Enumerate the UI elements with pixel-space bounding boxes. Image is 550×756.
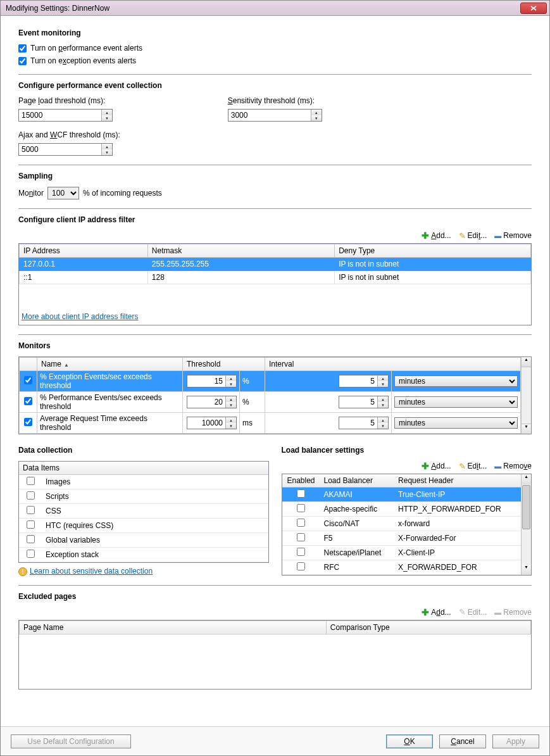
default-config-button[interactable]: Use Default Configuration: [11, 734, 131, 748]
table-row[interactable]: AKAMAITrue-Client-IP: [282, 488, 522, 502]
mon-col-name[interactable]: Name▲: [37, 358, 183, 371]
threshold-input[interactable]: [187, 375, 225, 387]
threshold-input[interactable]: [187, 396, 225, 408]
list-item[interactable]: CSS: [19, 504, 268, 519]
table-row[interactable]: Apache-specificHTTP_X_FORWARDED_FOR: [282, 502, 522, 517]
mon-col-threshold[interactable]: Threshold: [183, 358, 265, 371]
table-row[interactable]: 127.0.0.1255.255.255.255IP is not in sub…: [20, 258, 531, 271]
sampling-label: Monitor: [18, 189, 44, 198]
data-item-checkbox[interactable]: [27, 491, 35, 500]
ex-col-page[interactable]: Page Name: [20, 621, 327, 634]
sensitivity-input[interactable]: [228, 110, 311, 121]
threshold-input[interactable]: [187, 417, 225, 429]
table-row[interactable]: Netscape/iPlanetX-Client-IP: [282, 546, 522, 560]
table-row[interactable]: Average Request Time exceeds threshold ▲…: [20, 413, 521, 434]
interval-unit-select[interactable]: minutes: [394, 417, 518, 429]
table-row[interactable]: F5X-Forwarded-For: [282, 531, 522, 546]
interval-input[interactable]: [339, 375, 377, 387]
ajax-input[interactable]: [19, 144, 101, 155]
mon-col-check[interactable]: [20, 358, 37, 371]
ip-edit-button[interactable]: ✎Edit...: [459, 230, 487, 241]
section-sampling: Sampling: [18, 172, 532, 180]
lb-scrollbar[interactable]: ▲ ▼: [521, 474, 531, 575]
exc-alerts-checkbox[interactable]: [18, 57, 27, 65]
data-item-checkbox[interactable]: [27, 477, 35, 485]
ip-filter-more-link[interactable]: More about client IP address filters: [22, 312, 139, 321]
monitor-checkbox[interactable]: [24, 397, 32, 405]
di-col[interactable]: Data Items: [19, 462, 268, 475]
sampling-suffix: % of incoming requests: [83, 189, 162, 198]
interval-input[interactable]: [339, 396, 377, 408]
page-load-label: Page load threshold (ms):: [18, 96, 120, 105]
ex-col-comp[interactable]: Comparison Type: [326, 621, 530, 634]
lb-enabled-checkbox[interactable]: [297, 519, 305, 527]
interval-unit-select[interactable]: minutes: [394, 375, 518, 387]
spin-up[interactable]: ▲: [102, 110, 112, 115]
spin-down[interactable]: ▼: [102, 115, 112, 121]
lb-edit-button[interactable]: ✎Edit...: [459, 461, 487, 471]
list-item[interactable]: Global variables: [19, 533, 268, 548]
sensitive-data-link[interactable]: Learn about sensitive data collection: [30, 567, 153, 576]
ex-add-button[interactable]: ✚Add...: [422, 607, 451, 617]
ex-remove-button: ▬Remove: [494, 607, 532, 617]
ok-button[interactable]: OK: [386, 734, 433, 748]
lb-col-header[interactable]: Request Header: [394, 474, 521, 488]
list-item[interactable]: Scripts: [19, 489, 268, 504]
table-row[interactable]: ::1128IP is not in subnet: [20, 271, 531, 284]
ip-add-button[interactable]: ✚Add...: [422, 230, 451, 241]
lb-remove-button[interactable]: ▬Remove: [494, 461, 532, 471]
cancel-button[interactable]: Cancel: [439, 734, 486, 748]
list-item[interactable]: HTC (requires CSS): [19, 519, 268, 533]
lb-add-button[interactable]: ✚Add...: [422, 461, 451, 471]
close-button[interactable]: [520, 3, 547, 14]
monitors-scrollbar[interactable]: ▲ ▼: [521, 357, 531, 434]
ex-edit-button: ✎Edit...: [459, 607, 487, 617]
data-item-checkbox[interactable]: [27, 535, 35, 543]
data-item-checkbox[interactable]: [27, 550, 35, 558]
perf-alerts-checkbox[interactable]: [18, 44, 27, 53]
lb-enabled-checkbox[interactable]: [297, 504, 305, 512]
monitor-checkbox[interactable]: [24, 376, 32, 384]
data-items-table: Data Items ImagesScriptsCSSHTC (requires…: [19, 462, 268, 562]
scroll-up-icon[interactable]: ▲: [522, 474, 531, 484]
lb-col-enabled[interactable]: Enabled: [282, 474, 320, 488]
ip-col-netmask[interactable]: Netmask: [147, 244, 334, 258]
scroll-down-icon[interactable]: ▼: [522, 565, 531, 575]
plus-icon: ✚: [422, 230, 429, 241]
section-event-monitoring: Event monitoring: [18, 28, 532, 37]
lb-enabled-checkbox[interactable]: [297, 489, 305, 498]
excluded-table: Page Name Comparison Type: [19, 621, 531, 634]
list-item[interactable]: Images: [19, 475, 268, 489]
close-icon: [530, 6, 537, 11]
interval-unit-select[interactable]: minutes: [394, 396, 518, 408]
lb-enabled-checkbox[interactable]: [297, 548, 305, 556]
scroll-up-icon[interactable]: ▲: [522, 357, 531, 367]
data-item-checkbox[interactable]: [27, 520, 35, 529]
sensitivity-label: Sensitivity threshold (ms):: [228, 96, 322, 105]
table-row[interactable]: Cisco/NATx-forward: [282, 517, 522, 531]
apply-button[interactable]: Apply: [492, 734, 539, 748]
spin-up[interactable]: ▲: [102, 144, 112, 149]
scroll-thumb[interactable]: [522, 485, 530, 529]
ip-col-deny[interactable]: Deny Type: [335, 244, 531, 258]
list-item[interactable]: Exception stack: [19, 548, 268, 562]
table-row[interactable]: RFCX_FORWARDED_FOR: [282, 560, 522, 575]
sampling-select[interactable]: 100: [47, 187, 79, 199]
lb-enabled-checkbox[interactable]: [297, 562, 305, 570]
table-row[interactable]: % Performance Events/sec exceeds thresho…: [20, 392, 521, 413]
ip-remove-button[interactable]: ▬Remove: [494, 230, 532, 241]
lb-enabled-checkbox[interactable]: [297, 533, 305, 541]
mon-col-interval[interactable]: Interval: [265, 358, 521, 371]
ip-col-address[interactable]: IP Address: [20, 244, 148, 258]
scroll-down-icon[interactable]: ▼: [522, 424, 531, 434]
lb-col-name[interactable]: Load Balancer: [320, 474, 395, 488]
data-item-checkbox[interactable]: [27, 506, 35, 514]
spin-down[interactable]: ▼: [311, 115, 322, 121]
spin-down[interactable]: ▼: [102, 149, 112, 155]
page-load-input[interactable]: [19, 110, 101, 121]
pencil-icon: ✎: [459, 231, 466, 241]
table-row[interactable]: % Exception Events/sec exceeds threshold…: [20, 371, 521, 392]
interval-input[interactable]: [339, 417, 377, 429]
monitor-checkbox[interactable]: [24, 418, 32, 426]
spin-up[interactable]: ▲: [311, 110, 322, 115]
